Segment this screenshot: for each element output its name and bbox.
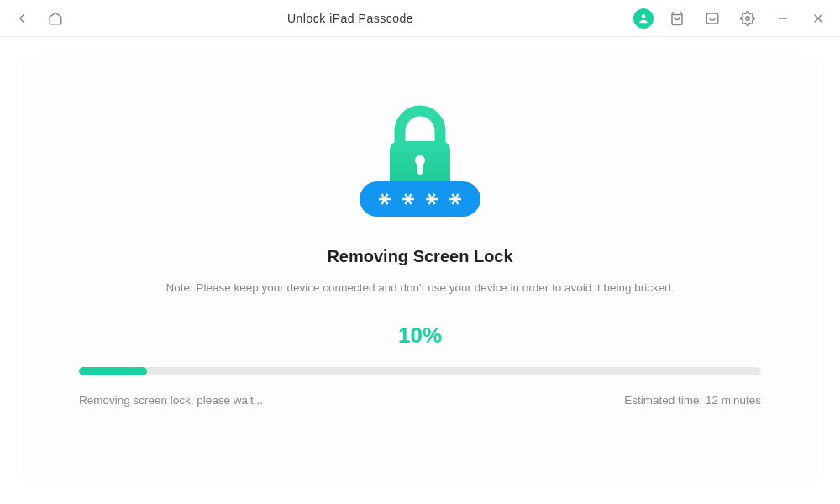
- progress-bar: [79, 367, 761, 375]
- home-button[interactable]: [44, 7, 67, 30]
- feedback-button[interactable]: [701, 7, 724, 30]
- svg-rect-9: [417, 163, 423, 175]
- close-button[interactable]: [806, 7, 830, 30]
- main-heading: Removing Screen Lock: [327, 247, 512, 266]
- progress-fill: [79, 367, 147, 375]
- status-message: Removing screen lock, please wait...: [79, 394, 263, 407]
- titlebar: Unlock iPad Passcode: [0, 0, 840, 37]
- svg-point-0: [642, 14, 646, 18]
- note-text: Note: Please keep your device connected …: [165, 281, 674, 294]
- settings-button[interactable]: [736, 7, 759, 30]
- account-button[interactable]: [633, 8, 654, 29]
- titlebar-right: [633, 7, 830, 30]
- minimize-button[interactable]: [771, 7, 795, 30]
- main-card: Removing Screen Lock Note: Please keep y…: [22, 55, 818, 486]
- titlebar-left: [10, 7, 67, 30]
- svg-rect-2: [706, 13, 718, 24]
- svg-rect-10: [360, 181, 480, 217]
- content-wrapper: Removing Screen Lock Note: Please keep y…: [0, 37, 840, 504]
- status-row: Removing screen lock, please wait... Est…: [79, 394, 761, 407]
- lock-illustration: [353, 97, 487, 223]
- estimated-time: Estimated time: 12 minutes: [624, 394, 761, 407]
- progress-percent: 10%: [398, 323, 442, 349]
- cart-button[interactable]: [665, 7, 689, 30]
- svg-point-3: [746, 16, 750, 20]
- window-title: Unlock iPad Passcode: [67, 12, 633, 25]
- back-button[interactable]: [10, 7, 34, 30]
